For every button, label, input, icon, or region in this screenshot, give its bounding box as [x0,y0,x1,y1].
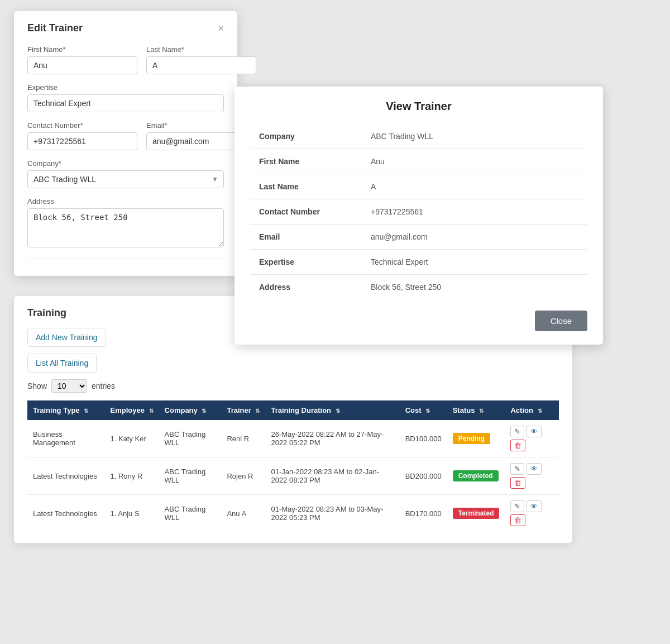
add-new-link-text: Training [69,333,97,342]
training-type-cell: Latest Technologies [27,495,105,532]
list-all-link-text: Training [60,359,88,368]
expertise-input[interactable] [27,94,224,112]
trainer-cell: Rojen R [221,457,265,495]
first-name-group: First Name* [27,45,137,74]
table-row: Latest Technologies 1. Anju S ABC Tradin… [27,495,559,532]
expertise-group: Expertise [27,83,224,112]
col-trainer[interactable]: Trainer ⇅ [221,400,265,420]
list-all-label: List All [36,359,58,368]
first-name-label: First Name* [27,45,137,54]
training-type-cell: Latest Technologies [27,457,105,495]
delete-row-button[interactable]: 🗑 [510,477,525,489]
sort-trainer-icon: ⇅ [255,408,260,414]
action-cell: ✎ 👁 🗑 [505,420,559,457]
show-label: Show [27,381,47,390]
col-action[interactable]: Action ⇅ [505,400,559,420]
training-table-header: Training Type ⇅ Employee ⇅ Company ⇅ Tra… [27,400,559,420]
view-row-value: Technical Expert [362,250,587,275]
last-name-group: Last Name* [146,45,256,74]
company-select-wrapper: ABC Trading WLL ▼ [27,170,224,188]
first-name-input[interactable] [27,56,137,74]
col-employee[interactable]: Employee ⇅ [105,400,159,420]
duration-cell: 01-Jan-2022 08:23 AM to 02-Jan-2022 08:2… [265,457,399,495]
col-cost[interactable]: Cost ⇅ [400,400,447,420]
status-badge: Completed [453,470,499,481]
view-row-button[interactable]: 👁 [527,500,542,512]
view-row-label: Expertise [250,250,362,275]
company-cell: ABC Trading WLL [159,457,222,495]
edit-trainer-modal: Edit Trainer × First Name* Last Name* Ex… [14,11,237,276]
view-row-label: First Name [250,149,362,174]
view-table-row: First Name Anu [250,149,587,174]
sort-status-icon: ⇅ [479,408,484,414]
edit-row-button[interactable]: ✎ [510,463,524,475]
company-cell: ABC Trading WLL [159,420,222,457]
view-trainer-footer: Close [250,311,587,331]
view-row-value: +97317225561 [362,199,587,225]
col-training-duration[interactable]: Training Duration ⇅ [265,400,399,420]
training-table: Training Type ⇅ Employee ⇅ Company ⇅ Tra… [27,400,559,532]
action-cell: ✎ 👁 🗑 [505,495,559,532]
status-badge: Terminated [453,508,500,519]
trainer-cell: Anu A [221,495,265,532]
contact-number-group: Contact Number* [27,121,137,150]
view-row-label: Address [250,275,362,300]
sort-cost-icon: ⇅ [425,408,430,414]
action-buttons: ✎ 👁 🗑 [510,500,553,526]
view-row-button[interactable]: 👁 [527,426,542,437]
view-table-row: Contact Number +97317225561 [250,199,587,225]
edit-modal-footer-divider [27,259,224,259]
view-row-value: ABC Trading WLL [362,124,587,149]
view-row-label: Company [250,124,362,149]
training-type-cell: Business Management [27,420,105,457]
status-cell: Pending [447,420,505,457]
delete-row-button[interactable]: 🗑 [510,514,525,526]
view-row-button[interactable]: 👁 [527,463,542,475]
edit-trainer-close-button[interactable]: × [218,23,224,34]
view-trainer-table: Company ABC Trading WLL First Name Anu L… [250,124,587,299]
edit-trainer-modal-header: Edit Trainer × [27,22,224,34]
company-row: Company* ABC Trading WLL ▼ [27,159,224,188]
view-row-value: anu@gmail.com [362,225,587,250]
status-cell: Terminated [447,495,505,532]
add-new-training-link[interactable]: Add New Training [27,328,106,347]
view-row-label: Email [250,225,362,250]
sort-action-icon: ⇅ [538,408,542,414]
col-training-type[interactable]: Training Type ⇅ [27,400,105,420]
address-label: Address [27,197,224,206]
view-trainer-modal: View Trainer Company ABC Trading WLL Fir… [234,87,603,345]
address-group: Address Block 56, Street 250 [27,197,224,247]
entries-per-page-select[interactable]: 10 25 50 [51,379,87,393]
address-textarea[interactable]: Block 56, Street 250 [27,208,224,247]
last-name-input[interactable] [146,56,256,74]
trainer-cell: Reni R [221,420,265,457]
action-buttons: ✎ 👁 🗑 [510,463,553,489]
edit-trainer-title: Edit Trainer [27,22,83,34]
address-row: Address Block 56, Street 250 [27,197,224,247]
employee-cell: 1. Katy Ker [105,420,159,457]
contact-number-input[interactable] [27,132,137,150]
duration-cell: 01-May-2022 08:23 AM to 03-May-2022 05:2… [265,495,399,532]
view-row-value: Anu [362,149,587,174]
view-trainer-title: View Trainer [250,100,587,113]
view-table-row: Expertise Technical Expert [250,250,587,275]
delete-row-button[interactable]: 🗑 [510,440,525,451]
list-all-training-link[interactable]: List All Training [27,354,97,373]
table-row: Business Management 1. Katy Ker ABC Trad… [27,420,559,457]
company-label: Company* [27,159,224,168]
company-cell: ABC Trading WLL [159,495,222,532]
view-table-row: Company ABC Trading WLL [250,124,587,149]
last-name-label: Last Name* [146,45,256,54]
name-row: First Name* Last Name* [27,45,224,74]
expertise-row: Expertise [27,83,224,112]
cost-cell: BD200.000 [400,457,447,495]
col-status[interactable]: Status ⇅ [447,400,505,420]
edit-row-button[interactable]: ✎ [510,500,524,512]
col-company[interactable]: Company ⇅ [159,400,222,420]
status-badge: Pending [453,433,490,444]
edit-row-button[interactable]: ✎ [510,426,524,437]
show-entries-control: Show 10 25 50 entries [27,379,559,393]
training-table-body: Business Management 1. Katy Ker ABC Trad… [27,420,559,532]
company-select[interactable]: ABC Trading WLL [27,170,224,188]
view-trainer-close-button[interactable]: Close [535,311,587,331]
